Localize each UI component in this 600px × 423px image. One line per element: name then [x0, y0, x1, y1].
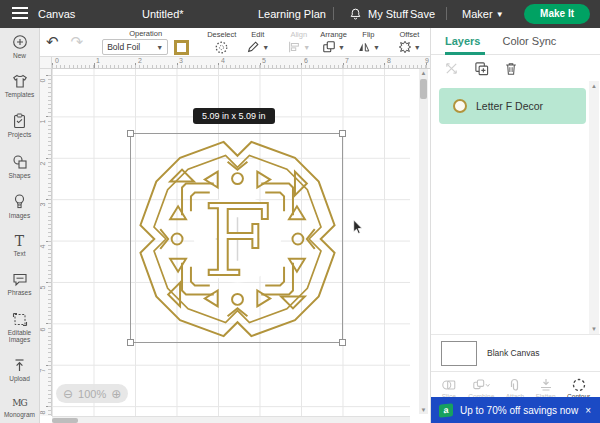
- notifications-bell-icon[interactable]: [349, 7, 362, 25]
- edit-button[interactable]: Edit ▼: [241, 30, 274, 54]
- layer-tools-row: [431, 55, 600, 81]
- sidebar-item-templates[interactable]: Templates: [0, 74, 39, 98]
- panel-tabs: Layers Color Sync: [431, 28, 600, 55]
- scrollbar-thumb[interactable]: [420, 79, 427, 99]
- letter-f-glyph: F: [203, 183, 272, 298]
- flatten-icon: [538, 378, 554, 392]
- resize-handle-bottom-left[interactable]: [127, 339, 134, 346]
- chevron-down-icon: ▼: [496, 10, 504, 19]
- scroll-up-icon[interactable]: ▲: [589, 83, 599, 89]
- my-stuff-link[interactable]: My Stuff: [368, 8, 408, 20]
- sidebar-item-projects[interactable]: Projects: [0, 113, 39, 138]
- deselect-button[interactable]: Deselect: [202, 30, 241, 55]
- blank-canvas-row: Blank Canvas: [431, 335, 600, 371]
- tshirt-icon: [12, 74, 28, 89]
- sidebar-item-editable-images[interactable]: Editable Images: [0, 312, 39, 344]
- blank-canvas-swatch[interactable]: [441, 341, 477, 366]
- resize-handle-top-left[interactable]: [127, 130, 134, 137]
- menu-icon[interactable]: [12, 7, 28, 20]
- layer-item-letter-f-decor[interactable]: Letter F Decor: [439, 88, 586, 124]
- group-icon: [444, 61, 459, 76]
- edit-toolbar: ↶ ↷ Operation Bold Foil▼ Deselect Edit ▼…: [40, 28, 430, 57]
- close-icon[interactable]: ×: [585, 405, 593, 416]
- ruler-horizontal: 0 1 2 3 4 5 6 7 8 9: [52, 57, 430, 69]
- ruler-number: 9: [425, 57, 429, 64]
- operation-dropdown[interactable]: Bold Foil▼: [102, 39, 168, 55]
- cricut-access-tag-icon: a: [439, 403, 453, 417]
- ruler-number: 8: [40, 411, 46, 415]
- scroll-up-icon[interactable]: ▲: [419, 70, 428, 76]
- zoom-out-button[interactable]: ⊖: [63, 388, 73, 400]
- ruler-number: 4: [40, 245, 46, 249]
- horizontal-scrollbar[interactable]: [52, 416, 410, 423]
- chevron-down-icon: ▼: [262, 44, 269, 51]
- sidebar-item-shapes[interactable]: Shapes: [0, 154, 39, 179]
- redo-icon[interactable]: ↷: [65, 33, 90, 51]
- monogram-letter-f-design[interactable]: F: [132, 135, 343, 343]
- layers-panel: Layers Color Sync Letter F Decor ▲ ▼ Bla…: [430, 28, 600, 423]
- layer-list: Letter F Decor ▲ ▼: [431, 81, 600, 335]
- resize-handle-bottom-right[interactable]: [339, 339, 346, 346]
- speech-bubble-icon: [12, 272, 28, 287]
- resize-handle-top-right[interactable]: [339, 130, 346, 137]
- operation-control: Operation Bold Foil▼: [97, 29, 194, 55]
- ruler-number: 6: [304, 57, 308, 64]
- offset-button[interactable]: Offset ▼: [393, 30, 426, 54]
- align-button: Align ▼: [282, 30, 315, 54]
- page-title: Canvas: [38, 8, 75, 20]
- chevron-down-icon: ▼: [156, 44, 163, 51]
- blank-canvas-label: Blank Canvas: [487, 348, 539, 358]
- sidebar-item-images[interactable]: Images: [0, 194, 39, 219]
- sidebar-item-text[interactable]: T Text: [0, 234, 39, 257]
- chevron-down-icon: ▼: [414, 44, 421, 51]
- ruler-number: 5: [40, 286, 46, 290]
- ruler-number: 3: [40, 203, 46, 207]
- zoom-in-button[interactable]: ⊕: [111, 388, 121, 400]
- scroll-down-icon[interactable]: ▼: [419, 407, 428, 413]
- vertical-scrollbar[interactable]: ▲ ▼: [419, 69, 428, 414]
- upload-arrow-icon: [12, 358, 27, 373]
- learning-plan-link[interactable]: Learning Plan: [258, 8, 326, 20]
- ruler-number: 0: [55, 57, 59, 64]
- size-tooltip: 5.09 in x 5.09 in: [193, 108, 275, 124]
- shapes-icon: [12, 154, 28, 170]
- delete-trash-icon[interactable]: [504, 61, 518, 76]
- make-it-button[interactable]: Make It: [524, 4, 590, 24]
- layer-name: Letter F Decor: [476, 100, 543, 112]
- new-plus-icon: [12, 34, 28, 50]
- promo-banner[interactable]: a Up to 70% off savings now ×: [431, 397, 600, 423]
- undo-icon[interactable]: ↶: [40, 33, 65, 51]
- attach-paperclip-icon: [507, 378, 523, 392]
- sidebar-item-new[interactable]: New: [0, 34, 39, 59]
- combine-icon: [472, 378, 490, 392]
- chevron-down-icon: ▼: [303, 44, 310, 51]
- tab-layers[interactable]: Layers: [431, 28, 480, 54]
- app-header: Canvas Untitled* Learning Plan My Stuff …: [0, 0, 600, 28]
- scroll-down-icon[interactable]: ▼: [589, 326, 599, 332]
- design-canvas[interactable]: 0 1 2 3 4 5 6 7 8 9 0 1 2 3 4 5 6 7 8: [40, 57, 430, 423]
- scrollbar-thumb[interactable]: [52, 418, 78, 423]
- sidebar-item-monogram[interactable]: MG Monogram: [0, 397, 39, 418]
- duplicate-icon[interactable]: [474, 61, 489, 76]
- arrange-button[interactable]: Arrange ▼: [315, 30, 352, 54]
- arrange-icon: [322, 40, 336, 54]
- ruler-number: 3: [179, 57, 183, 64]
- save-button[interactable]: Save: [410, 8, 435, 20]
- sidebar-item-phrases[interactable]: Phrases: [0, 272, 39, 296]
- sidebar-item-upload[interactable]: Upload: [0, 358, 39, 382]
- offset-icon: [398, 40, 412, 54]
- ruler-number: 2: [40, 162, 46, 166]
- zoom-control: ⊖ 100% ⊕: [56, 384, 128, 403]
- chevron-down-icon: ▼: [373, 44, 380, 51]
- flip-button[interactable]: Flip ▼: [352, 30, 385, 54]
- selection-bounding-box[interactable]: F: [130, 133, 343, 343]
- color-swatch[interactable]: [174, 40, 189, 55]
- layer-list-scrollbar[interactable]: ▲ ▼: [589, 81, 599, 334]
- machine-selector[interactable]: Maker ▼: [462, 8, 504, 20]
- tab-color-sync[interactable]: Color Sync: [480, 28, 556, 54]
- ruler-vertical: 0 1 2 3 4 5 6 7 8: [40, 69, 52, 416]
- zoom-level: 100%: [78, 388, 106, 400]
- contour-icon: [571, 378, 587, 392]
- ruler-corner: [40, 57, 52, 69]
- document-title[interactable]: Untitled*: [142, 8, 184, 20]
